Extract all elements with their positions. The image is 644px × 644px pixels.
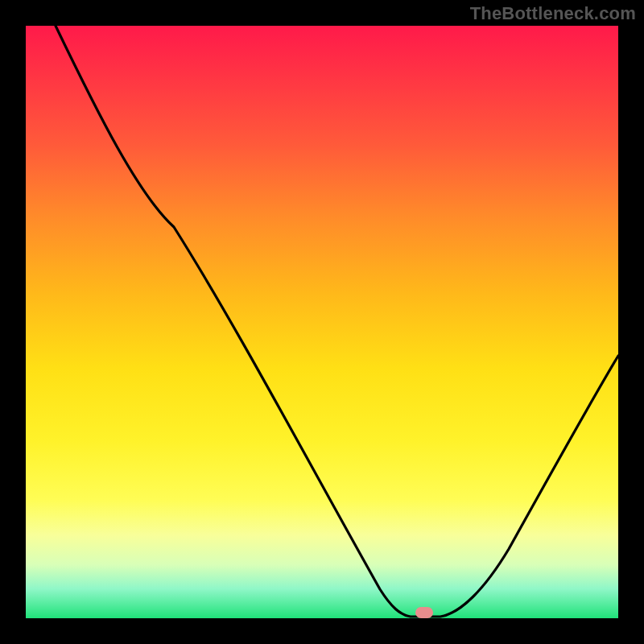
watermark-label: TheBottleneck.com — [470, 3, 636, 24]
chart-container: TheBottleneck.com — [0, 0, 644, 644]
optimal-point-marker — [415, 607, 433, 618]
bottleneck-curve — [26, 26, 618, 618]
curve-path — [56, 26, 618, 617]
